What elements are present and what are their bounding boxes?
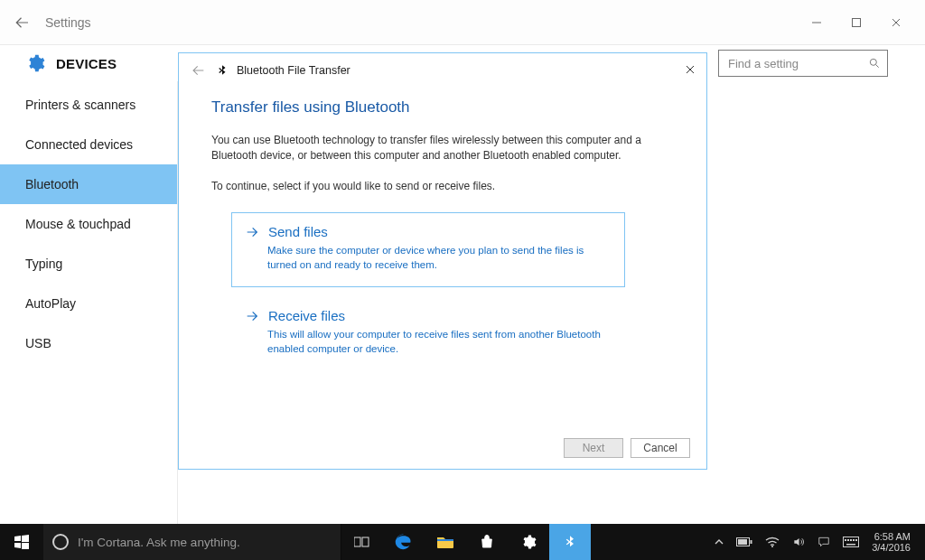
chevron-up-icon	[715, 537, 724, 546]
taskbar: I'm Cortana. Ask me anything.	[0, 524, 925, 560]
notification-icon	[818, 536, 830, 548]
option-send-files[interactable]: Send files Make sure the computer or dev…	[231, 212, 625, 287]
taskbar-app-file-explorer[interactable]	[425, 524, 466, 560]
system-tray: 6:58 AM 3/4/2016	[705, 524, 925, 560]
dialog-back-button[interactable]	[192, 63, 206, 78]
sidebar-item-label: Connected devices	[25, 137, 133, 152]
close-icon	[685, 64, 696, 75]
dialog-close-button[interactable]	[679, 59, 701, 80]
bluetooth-icon	[563, 533, 577, 551]
taskbar-app-edge[interactable]	[383, 524, 425, 560]
svg-rect-3	[362, 537, 369, 546]
option-title: Send files	[268, 224, 328, 239]
dialog-heading: Transfer files using Bluetooth	[211, 98, 674, 117]
clock-date: 3/4/2016	[872, 542, 911, 553]
bluetooth-transfer-dialog: Bluetooth File Transfer Transfer files u…	[178, 52, 707, 470]
page-title: DEVICES	[56, 56, 117, 71]
sidebar-item-label: USB	[25, 336, 51, 350]
speaker-icon	[792, 536, 805, 548]
arrow-left-icon	[192, 63, 206, 78]
tray-battery[interactable]	[736, 537, 752, 546]
window-maximize-button[interactable]	[851, 17, 871, 28]
svg-rect-14	[850, 539, 852, 541]
option-receive-files[interactable]: Receive files This will allow your compu…	[231, 296, 625, 371]
sidebar-item-label: Bluetooth	[25, 177, 79, 191]
arrow-right-icon	[245, 225, 259, 239]
taskbar-app-bluetooth[interactable]	[549, 524, 591, 560]
dialog-title: Bluetooth File Transfer	[237, 64, 350, 77]
sidebar-item-label: Mouse & touchpad	[25, 217, 131, 231]
folder-icon	[436, 535, 454, 549]
sidebar-item-label: AutoPlay	[25, 296, 76, 311]
window-titlebar: Settings	[0, 0, 925, 45]
clock-time: 6:58 AM	[872, 531, 911, 542]
svg-rect-16	[855, 539, 857, 541]
dialog-instruction-text: To continue, select if you would like to…	[211, 179, 645, 194]
tray-overflow-button[interactable]	[715, 537, 724, 546]
battery-icon	[736, 537, 752, 546]
minimize-icon	[811, 17, 822, 28]
sidebar-item-typing[interactable]: Typing	[0, 244, 177, 284]
next-button[interactable]: Next	[564, 438, 623, 458]
arrow-right-icon	[245, 309, 259, 323]
keyboard-icon	[843, 537, 859, 547]
gear-icon	[520, 534, 537, 550]
sidebar-item-label: Printers & scanners	[25, 98, 135, 112]
edge-icon	[395, 533, 413, 551]
svg-rect-4	[484, 541, 486, 543]
gear-icon	[25, 53, 45, 73]
svg-rect-2	[354, 537, 360, 546]
arrow-left-icon	[14, 14, 31, 31]
maximize-icon	[851, 17, 862, 28]
cancel-button[interactable]: Cancel	[631, 438, 690, 458]
window-minimize-button[interactable]	[811, 17, 831, 28]
button-label: Cancel	[643, 442, 677, 454]
back-button[interactable]	[14, 14, 31, 31]
option-description: This will allow your computer to receive…	[267, 327, 612, 356]
svg-point-9	[771, 546, 773, 547]
svg-rect-0	[853, 18, 861, 26]
tray-clock[interactable]: 6:58 AM 3/4/2016	[872, 531, 916, 553]
window-title: Settings	[45, 15, 91, 30]
window-close-button[interactable]	[891, 17, 911, 28]
task-view-button[interactable]	[341, 524, 383, 560]
settings-window: Settings DEVICES	[0, 0, 925, 560]
store-icon	[479, 534, 495, 550]
cortana-search[interactable]: I'm Cortana. Ask me anything.	[43, 524, 341, 560]
dialog-body: Transfer files using Bluetooth You can u…	[179, 88, 706, 372]
search-input[interactable]	[718, 50, 888, 77]
bluetooth-icon	[215, 63, 229, 78]
taskbar-app-settings[interactable]	[508, 524, 549, 560]
windows-logo-icon	[14, 535, 29, 549]
dialog-titlebar: Bluetooth File Transfer	[179, 53, 706, 88]
tray-network[interactable]	[765, 537, 780, 547]
button-label: Next	[583, 442, 605, 454]
task-view-icon	[354, 536, 370, 548]
svg-rect-7	[751, 540, 752, 544]
cortana-icon	[52, 534, 69, 550]
sidebar-item-printers-scanners[interactable]: Printers & scanners	[0, 85, 177, 125]
svg-rect-8	[738, 539, 747, 545]
svg-rect-15	[853, 539, 855, 541]
sidebar-item-connected-devices[interactable]: Connected devices	[0, 125, 177, 164]
start-button[interactable]	[0, 524, 43, 560]
tray-volume[interactable]	[792, 536, 805, 548]
option-title: Receive files	[268, 308, 345, 323]
dialog-intro-text: You can use Bluetooth technology to tran…	[211, 133, 645, 164]
cortana-placeholder: I'm Cortana. Ask me anything.	[78, 536, 240, 549]
svg-rect-5	[488, 541, 490, 543]
tray-action-center[interactable]	[818, 536, 830, 548]
wifi-icon	[765, 537, 780, 547]
svg-point-1	[870, 59, 876, 65]
sidebar-item-autoplay[interactable]: AutoPlay	[0, 284, 177, 323]
tray-keyboard[interactable]	[843, 537, 859, 547]
sidebar-item-usb[interactable]: USB	[0, 323, 177, 363]
sidebar-item-bluetooth[interactable]: Bluetooth	[0, 164, 177, 204]
sidebar-item-mouse-touchpad[interactable]: Mouse & touchpad	[0, 204, 177, 244]
search-icon	[868, 57, 881, 70]
option-description: Make sure the computer or device where y…	[267, 243, 612, 272]
taskbar-app-store[interactable]	[466, 524, 508, 560]
svg-rect-11	[846, 544, 855, 546]
svg-rect-10	[844, 537, 859, 547]
svg-rect-12	[845, 539, 846, 541]
